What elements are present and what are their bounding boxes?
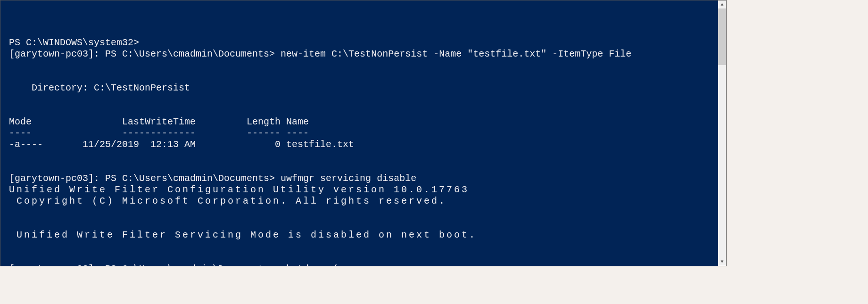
terminal-line: [garytown-pc03]: PS C:\Users\cmadmin\Doc… — [9, 263, 726, 266]
terminal-line: U n i f i e d W r i t e F i l t e r C o … — [9, 184, 726, 196]
terminal-line — [9, 207, 726, 218]
terminal-line — [9, 94, 726, 105]
powershell-terminal[interactable]: ▲ ▼ PS C:\WINDOWS\system32>[garytown-pc0… — [0, 0, 727, 266]
terminal-line — [9, 150, 726, 162]
terminal-line — [9, 105, 726, 116]
terminal-line — [9, 252, 726, 263]
terminal-line — [9, 71, 726, 82]
terminal-line: Directory: C:\TestNonPersist — [9, 82, 726, 94]
terminal-line: U n i f i e d W r i t e F i l t e r S e … — [9, 230, 726, 241]
terminal-line: C o p y r i g h t ( C ) M i c r o s o f … — [9, 196, 726, 207]
terminal-line: PS C:\WINDOWS\system32> — [9, 37, 726, 49]
terminal-line: -a---- 11/25/2019 12:13 AM 0 testfile.tx… — [9, 139, 726, 150]
terminal-line: [garytown-pc03]: PS C:\Users\cmadmin\Doc… — [9, 173, 726, 184]
scroll-down-arrow[interactable]: ▼ — [718, 258, 726, 266]
terminal-line — [9, 60, 726, 71]
scroll-up-arrow[interactable]: ▲ — [718, 0, 726, 8]
terminal-line: Mode LastWriteTime Length Name — [9, 116, 726, 128]
chevron-down-icon: ▼ — [720, 256, 723, 267]
terminal-line: ---- ------------- ------ ---- — [9, 128, 726, 139]
scroll-thumb[interactable] — [718, 8, 726, 65]
terminal-scrollbar[interactable]: ▲ ▼ — [718, 0, 726, 266]
terminal-line — [9, 241, 726, 252]
terminal-line — [9, 162, 726, 173]
terminal-line: [garytown-pc03]: PS C:\Users\cmadmin\Doc… — [9, 49, 726, 60]
terminal-line — [9, 218, 726, 230]
